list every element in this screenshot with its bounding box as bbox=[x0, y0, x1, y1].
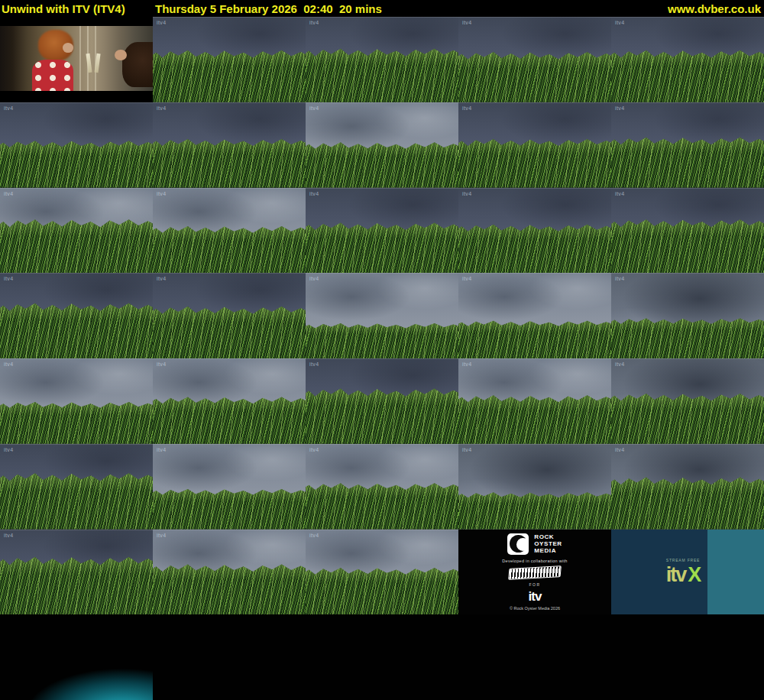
itv4-watermark: itv4 bbox=[309, 191, 319, 196]
teal-glow bbox=[0, 614, 153, 700]
grass-field bbox=[0, 140, 153, 188]
scene-letterbox-frame bbox=[0, 26, 153, 91]
video-frame-grass[interactable]: itv4 bbox=[153, 444, 306, 530]
grass-field bbox=[611, 393, 764, 444]
itv4-watermark: itv4 bbox=[309, 361, 319, 367]
video-frame-black[interactable] bbox=[153, 614, 306, 700]
itv4-watermark: itv4 bbox=[157, 20, 167, 25]
video-frame-grass[interactable]: itv4 bbox=[458, 188, 611, 274]
copyright-text: © Rock Oyster Media 2026 bbox=[510, 606, 560, 611]
video-frame-grass[interactable]: itv4 bbox=[611, 17, 764, 102]
itv4-watermark: itv4 bbox=[157, 105, 167, 111]
grass-field bbox=[306, 482, 458, 529]
video-frame-grass[interactable]: itv4 bbox=[153, 273, 306, 358]
video-frame-grass[interactable]: itv4 bbox=[611, 273, 764, 358]
itv4-watermark: itv4 bbox=[615, 20, 625, 25]
site-url[interactable]: www.dvber.co.uk bbox=[668, 2, 761, 15]
grass-field bbox=[153, 49, 306, 102]
grass-field bbox=[306, 322, 458, 358]
grass-field bbox=[458, 51, 611, 102]
itv4-watermark: itv4 bbox=[462, 276, 472, 281]
video-frame-grass[interactable]: itv4 bbox=[0, 444, 153, 530]
grass-field bbox=[458, 320, 611, 358]
grass-field bbox=[611, 317, 764, 358]
video-frame-grass[interactable]: itv4 bbox=[306, 17, 458, 102]
itv4-watermark: itv4 bbox=[4, 191, 14, 196]
grass-field bbox=[153, 396, 306, 444]
grass-field bbox=[306, 141, 458, 187]
video-frame-grass[interactable]: itv4 bbox=[0, 273, 153, 358]
itv4-watermark: itv4 bbox=[309, 276, 319, 281]
video-frame-grass[interactable]: itv4 bbox=[611, 444, 764, 530]
itv4-watermark: itv4 bbox=[615, 276, 625, 281]
grass-field bbox=[458, 491, 611, 529]
grass-field bbox=[0, 556, 153, 614]
header-bar: Unwind with ITV (ITV4) Thursday 5 Februa… bbox=[0, 0, 764, 17]
video-frame-grass[interactable]: itv4 bbox=[0, 188, 153, 274]
video-frame-grass[interactable]: itv4 bbox=[306, 273, 458, 358]
video-frame-itvx-endcard[interactable]: STREAM FREE itvX bbox=[611, 530, 764, 615]
itv4-watermark: itv4 bbox=[157, 191, 167, 196]
grass-field bbox=[306, 387, 458, 444]
itv4-watermark: itv4 bbox=[309, 105, 319, 111]
grass-field bbox=[458, 138, 611, 188]
itv4-watermark: itv4 bbox=[309, 20, 319, 25]
grass-field bbox=[153, 306, 306, 358]
grass-field bbox=[611, 219, 764, 274]
video-frame-grass[interactable]: itv4 bbox=[0, 102, 153, 188]
grass-field bbox=[611, 49, 764, 102]
grass-field bbox=[306, 47, 458, 102]
video-frame-grass[interactable]: itv4 bbox=[611, 102, 764, 188]
video-frame-grass[interactable]: itv4 bbox=[306, 530, 458, 615]
video-frame-grass[interactable]: itv4 bbox=[306, 102, 458, 188]
video-frame-grass[interactable]: itv4 bbox=[458, 17, 611, 102]
woman-right-hair bbox=[122, 42, 153, 87]
woman-left-face bbox=[63, 43, 73, 53]
video-frame-black[interactable] bbox=[611, 614, 764, 700]
itv4-watermark: itv4 bbox=[157, 447, 167, 452]
for-text: FOR bbox=[529, 582, 540, 587]
itv4-watermark: itv4 bbox=[4, 105, 14, 111]
video-frame-grass[interactable]: itv4 bbox=[611, 358, 764, 444]
grass-field bbox=[153, 138, 306, 188]
video-frame-grass[interactable]: itv4 bbox=[458, 273, 611, 358]
video-frame-grass[interactable]: itv4 bbox=[153, 358, 306, 444]
video-frame-black-teal-glow[interactable] bbox=[0, 614, 153, 700]
video-frame-grass[interactable]: itv4 bbox=[0, 358, 153, 444]
video-frame-grass[interactable]: itv4 bbox=[458, 444, 611, 530]
stream-free-text: STREAM FREE bbox=[633, 558, 733, 562]
video-frame-grass[interactable]: itv4 bbox=[458, 358, 611, 444]
itv4-watermark: itv4 bbox=[462, 20, 472, 25]
video-frame-grass[interactable]: itv4 bbox=[0, 530, 153, 615]
video-frame-black[interactable] bbox=[306, 614, 458, 700]
grass-field bbox=[0, 302, 153, 358]
video-frame-grass[interactable]: itv4 bbox=[153, 102, 306, 188]
video-frame-grass[interactable]: itv4 bbox=[153, 530, 306, 615]
itv4-watermark: itv4 bbox=[615, 361, 625, 367]
grass-field bbox=[153, 563, 306, 614]
video-frame-black[interactable] bbox=[458, 614, 611, 700]
itv4-watermark: itv4 bbox=[4, 276, 14, 281]
polka-dot-dress bbox=[32, 60, 73, 91]
itv4-watermark: itv4 bbox=[157, 533, 167, 538]
itv4-watermark: itv4 bbox=[615, 105, 625, 111]
video-frame-grass[interactable]: itv4 bbox=[611, 188, 764, 274]
grass-field bbox=[458, 223, 611, 273]
itv4-watermark: itv4 bbox=[4, 533, 14, 538]
video-frame-grass[interactable]: itv4 bbox=[458, 102, 611, 188]
video-frame-grass[interactable]: itv4 bbox=[153, 17, 306, 102]
itv4-watermark: itv4 bbox=[4, 447, 14, 452]
video-frame-grass[interactable]: itv4 bbox=[306, 358, 458, 444]
video-frame-rock-oyster-endcard[interactable]: ROCK OYSTER MEDIA Developed in collabora… bbox=[458, 530, 611, 615]
thumbnail-grid: itv4 itv4 itv4 itv4 itv4 itv4 itv4 itv4 … bbox=[0, 17, 764, 700]
grass-field bbox=[458, 394, 611, 444]
video-frame-grass[interactable]: itv4 bbox=[306, 188, 458, 274]
video-frame-grass[interactable]: itv4 bbox=[153, 188, 306, 274]
grass-field bbox=[0, 401, 153, 444]
itv4-watermark: itv4 bbox=[462, 447, 472, 452]
video-frame-grass[interactable]: itv4 bbox=[306, 444, 458, 530]
itv4-watermark: itv4 bbox=[309, 533, 319, 538]
collaboration-text: Developed in collaboration with bbox=[502, 559, 567, 563]
video-frame-drama-scene[interactable] bbox=[0, 17, 153, 102]
itv4-watermark: itv4 bbox=[615, 447, 625, 452]
